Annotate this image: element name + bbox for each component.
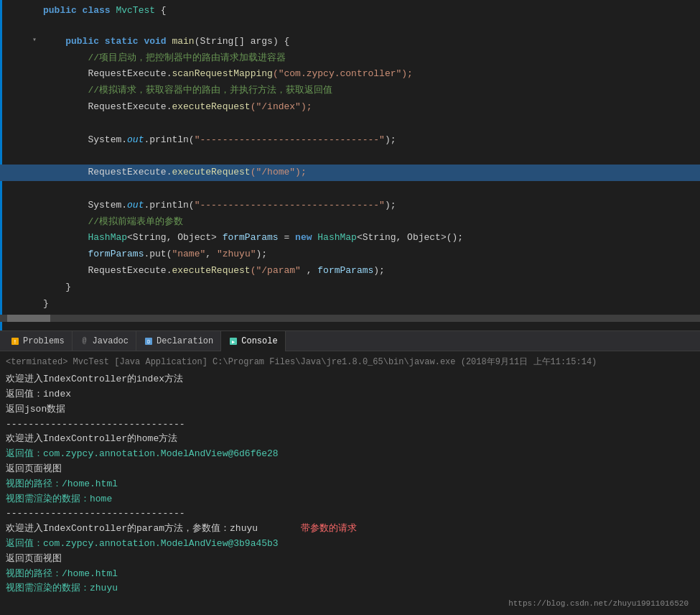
code-line: //模拟请求，获取容器中的路由，并执行方法，获取返回值 (0, 83, 700, 99)
tab-console[interactable]: ▶Console (221, 331, 285, 351)
code-text: public static void main(String[] args) { (40, 34, 700, 50)
console-line: 欢迎进入IndexController的param方法，参数值：zhuyu (6, 522, 258, 537)
declaration-tab-icon: D (144, 336, 154, 346)
code-text: HashMap<String, Object> formParams = new… (40, 231, 700, 246)
code-text: RequestExecute.executeRequest("/index"); (40, 100, 700, 115)
declaration-tab-label: Declaration (157, 336, 213, 346)
console-line: 返回值：index (6, 387, 694, 402)
javadoc-tab-label: Javadoc (93, 336, 129, 346)
problems-tab-icon: ! (10, 336, 20, 346)
code-line: //模拟前端表单的参数 (0, 214, 700, 231)
console-line: 视图的路径：/home.html (6, 567, 694, 582)
code-text: //项目启动，把控制器中的路由请求加载进容器 (40, 51, 700, 66)
code-text (40, 116, 700, 131)
code-line: } (0, 296, 700, 313)
code-line: public class MvcTest { (0, 3, 700, 19)
scrollbar-thumb[interactable] (7, 315, 50, 322)
console-line: -------------------------------- (6, 507, 694, 522)
console-tab-label: Console (241, 336, 277, 346)
svg-text:D: D (147, 339, 150, 345)
javadoc-tab-icon: @ (80, 336, 90, 346)
collapse-icon[interactable]: ▾ (29, 34, 40, 46)
console-line-wrapper: 欢迎进入IndexController的param方法，参数值：zhuyu带参数… (6, 522, 694, 537)
console-line: 返回页面视图 (6, 552, 694, 567)
code-line: RequestExecute.scanRequestMapping("com.z… (0, 66, 700, 83)
console-line: -------------------------------- (6, 417, 694, 433)
code-text: } (40, 280, 700, 295)
code-text (40, 182, 700, 197)
code-line: formParams.put("name", "zhuyu"); (0, 246, 700, 263)
console-tab-icon: ▶ (228, 336, 238, 346)
code-text: public class MvcTest { (40, 4, 700, 19)
bottom-panel: !Problems@JavadocDDeclaration▶Console <t… (0, 330, 700, 615)
code-text: System.out.println("--------------------… (40, 198, 700, 213)
console-line: 视图需渲染的数据：zhuyu (6, 581, 694, 596)
code-text: RequestExecute.executeRequest("/home"); (40, 165, 700, 180)
code-line: RequestExecute.executeRequest("/home"); (0, 165, 700, 181)
code-line: HashMap<String, Object> formParams = new… (0, 230, 700, 246)
console-area: <terminated> MvcTest [Java Application] … (0, 351, 700, 615)
code-line: //项目启动，把控制器中的路由请求加载进容器 (0, 50, 700, 67)
console-line: 返回页面视图 (6, 462, 694, 477)
code-line: ▾ public static void main(String[] args)… (0, 34, 700, 50)
annotation-label: 带参数的请求 (301, 522, 357, 537)
code-line: RequestExecute.executeRequest("/index"); (0, 99, 700, 116)
tab-declaration[interactable]: DDeclaration (136, 331, 221, 351)
code-text: RequestExecute.scanRequestMapping("com.z… (40, 67, 700, 82)
tab-problems[interactable]: !Problems (3, 331, 73, 351)
svg-text:!: ! (14, 338, 17, 345)
code-line (0, 181, 700, 198)
code-text: System.out.println("--------------------… (40, 133, 700, 148)
code-line: System.out.println("--------------------… (0, 132, 700, 149)
console-line: 欢迎进入IndexController的index方法 (6, 372, 694, 387)
code-line: } (0, 279, 700, 296)
console-header: <terminated> MvcTest [Java Application] … (6, 356, 694, 369)
problems-tab-label: Problems (23, 336, 65, 346)
code-line: System.out.println("--------------------… (0, 198, 700, 214)
console-line: 返回值：com.zypcy.annotation.ModelAndView@3b… (6, 537, 694, 552)
console-line: 视图需渲染的数据：home (6, 492, 694, 507)
code-line: RequestExecute.executeRequest("/param" ,… (0, 263, 700, 279)
code-line (0, 148, 700, 165)
code-text (40, 149, 700, 164)
console-line: 返回值：com.zypcy.annotation.ModelAndView@6d… (6, 447, 694, 462)
horizontal-scrollbar[interactable] (0, 315, 700, 322)
tab-bar: !Problems@JavadocDDeclaration▶Console (0, 331, 700, 351)
code-content: public class MvcTest {▾ public static vo… (0, 0, 700, 315)
code-line (0, 116, 700, 132)
console-line: 欢迎进入IndexController的home方法 (6, 432, 694, 447)
code-text: //模拟前端表单的参数 (40, 215, 700, 230)
code-text: } (40, 297, 700, 312)
code-text: RequestExecute.executeRequest("/param" ,… (40, 264, 700, 279)
console-line: 返回json数据 (6, 402, 694, 417)
code-text: //模拟请求，获取容器中的路由，并执行方法，获取返回值 (40, 83, 700, 98)
code-line (0, 19, 700, 34)
code-text: formParams.put("name", "zhuyu"); (40, 247, 700, 262)
watermark: https://blog.csdn.net/zhuyu19911016520 (6, 596, 694, 612)
console-line: 视图的路径：/home.html (6, 477, 694, 492)
tab-javadoc[interactable]: @Javadoc (73, 331, 136, 351)
code-editor: public class MvcTest {▾ public static vo… (0, 0, 700, 330)
